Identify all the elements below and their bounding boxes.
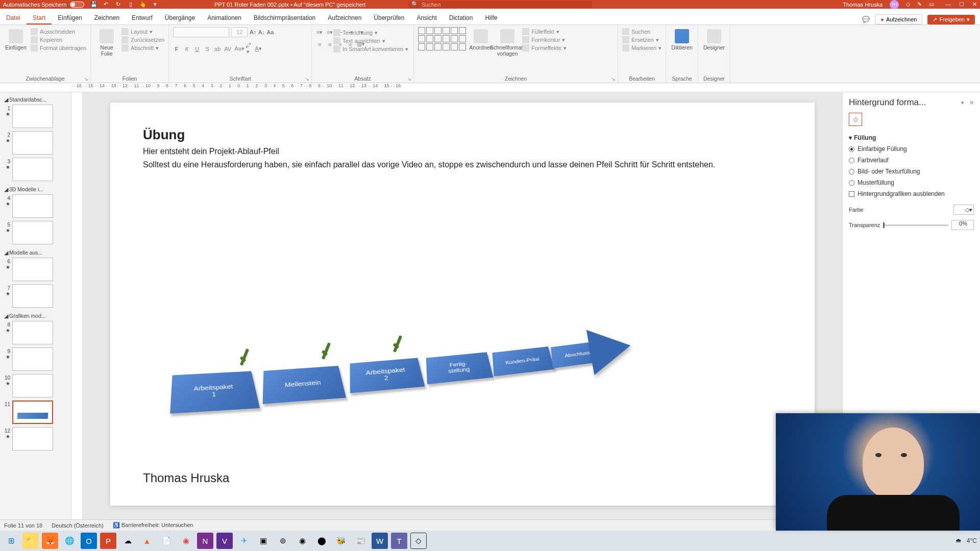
- tab-transitions[interactable]: Übergänge: [159, 14, 201, 24]
- thumb-3[interactable]: [12, 158, 53, 181]
- transparency-value[interactable]: 0%: [951, 220, 974, 230]
- user-avatar[interactable]: TH: [890, 0, 899, 9]
- radio-picture[interactable]: Bild- oder Texturfüllung: [849, 168, 974, 175]
- strike-icon[interactable]: S: [204, 46, 211, 52]
- pane-close-icon[interactable]: ✕: [969, 99, 974, 106]
- slideshow-icon[interactable]: ▯: [127, 1, 134, 8]
- diamond-icon[interactable]: ◇: [906, 1, 910, 8]
- tab-insert[interactable]: Einfügen: [52, 14, 88, 24]
- tab-record[interactable]: Aufzeichnen: [322, 14, 368, 24]
- shape-effects-button[interactable]: Formeffekte ▾: [522, 44, 567, 52]
- shrink-font-icon[interactable]: A↓: [258, 29, 265, 35]
- maximize-icon[interactable]: ☐: [959, 1, 964, 8]
- dictate-button[interactable]: Diktieren: [670, 27, 694, 51]
- radio-pattern[interactable]: Musterfüllung: [849, 179, 974, 186]
- status-lang[interactable]: Deutsch (Österreich): [52, 522, 103, 529]
- find-button[interactable]: Suchen: [622, 28, 662, 35]
- section-4[interactable]: ◢ Grafiken mod...: [3, 311, 68, 321]
- case-icon[interactable]: Aa▾: [234, 45, 241, 52]
- vlc-icon[interactable]: ▲: [139, 533, 155, 549]
- section-2[interactable]: ◢ 3D Modelle i...: [3, 184, 68, 194]
- segment-4[interactable]: Fertig- stellung: [426, 352, 494, 384]
- redo-icon[interactable]: ↻: [115, 1, 122, 8]
- spacing-icon[interactable]: AV: [224, 46, 231, 52]
- app-icon-3[interactable]: ◉: [178, 533, 194, 549]
- record-button[interactable]: ●Aufzeichnen: [875, 14, 922, 24]
- app-icon-7[interactable]: 🐝: [333, 533, 349, 549]
- segment-2[interactable]: Meilenstein: [263, 366, 346, 404]
- start-icon[interactable]: ⊞: [3, 533, 19, 549]
- grow-font-icon[interactable]: A↑: [250, 29, 256, 35]
- check-hide-graphics[interactable]: Hintergrundgrafiken ausblenden: [849, 190, 974, 197]
- layout-button[interactable]: Layout ▾: [121, 28, 164, 35]
- thumb-4[interactable]: [12, 194, 53, 218]
- minimize-icon[interactable]: —: [945, 1, 951, 8]
- telegram-icon[interactable]: ✈: [236, 533, 252, 549]
- slide-canvas[interactable]: Übung Hier entsteht dein Projekt-Ablauf-…: [110, 103, 815, 506]
- tab-view[interactable]: Ansicht: [410, 14, 443, 24]
- fill-section[interactable]: ▾ Füllung: [849, 134, 974, 141]
- clear-format-icon[interactable]: Aa: [267, 29, 274, 35]
- chrome-icon[interactable]: 🌐: [61, 533, 78, 549]
- fill-tab-icon[interactable]: ◇: [849, 113, 862, 126]
- numbering-icon[interactable]: ≡▾: [326, 29, 333, 36]
- teams-icon[interactable]: T: [391, 533, 407, 549]
- font-launcher-icon[interactable]: ↘: [305, 77, 310, 82]
- checkmark-3[interactable]: [391, 335, 408, 358]
- tab-dictation[interactable]: Dictation: [443, 14, 479, 24]
- paste-button[interactable]: Einfügen: [4, 27, 28, 51]
- touch-icon[interactable]: 👆: [139, 1, 146, 8]
- reset-button[interactable]: Zurücksetzen: [121, 36, 164, 43]
- bold-icon[interactable]: F: [173, 46, 180, 52]
- comments-icon[interactable]: 💬: [862, 16, 870, 23]
- pane-dropdown-icon[interactable]: ▾: [961, 99, 964, 106]
- app-icon-6[interactable]: ⬤: [313, 533, 330, 549]
- arrange-button[interactable]: Anordnen: [469, 27, 493, 51]
- quick-styles-button[interactable]: Schnellformat- vorlagen: [496, 27, 519, 57]
- thumb-1[interactable]: [12, 105, 53, 128]
- vs-icon[interactable]: V: [216, 533, 233, 549]
- shape-outline-button[interactable]: Formkontur ▾: [522, 36, 567, 43]
- copy-button[interactable]: Kopieren: [31, 36, 86, 43]
- status-slide[interactable]: Folie 11 von 18: [4, 522, 42, 529]
- firefox-icon[interactable]: 🦊: [42, 533, 58, 549]
- color-picker[interactable]: ◇▾: [953, 205, 974, 215]
- drawing-launcher-icon[interactable]: ↘: [611, 77, 617, 82]
- weather-temp[interactable]: 4°C: [967, 537, 977, 544]
- share-button[interactable]: ↗Freigeben▾: [927, 15, 975, 24]
- shadow-icon[interactable]: ab: [214, 46, 221, 52]
- new-slide-button[interactable]: Neue Folie: [95, 27, 118, 57]
- thumb-6[interactable]: [12, 258, 53, 281]
- tab-help[interactable]: Hilfe: [479, 14, 503, 24]
- font-color-icon[interactable]: A▾: [255, 45, 262, 52]
- obs-icon[interactable]: ⊚: [275, 533, 291, 549]
- explorer-icon[interactable]: 📁: [22, 533, 39, 549]
- shapes-gallery[interactable]: [418, 27, 466, 51]
- checkmark-1[interactable]: [238, 348, 255, 371]
- section-1[interactable]: ◢ Standardabsc...: [3, 94, 68, 105]
- app-icon-9[interactable]: ◇: [410, 533, 427, 549]
- clipboard-launcher-icon[interactable]: ↘: [84, 77, 89, 82]
- arrow-head[interactable]: [586, 323, 634, 375]
- tab-slideshow[interactable]: Bildschirmpräsentation: [248, 14, 322, 24]
- highlight-icon[interactable]: 🖍▾: [244, 42, 252, 55]
- section-button[interactable]: Abschnitt ▾: [121, 44, 164, 52]
- checkmark-2[interactable]: [320, 342, 337, 365]
- font-name-input[interactable]: [173, 27, 229, 37]
- search-box[interactable]: 🔍 Suchen: [408, 1, 592, 8]
- align-text-button[interactable]: Text ausrichten ▾: [333, 37, 408, 44]
- font-size-input[interactable]: [231, 27, 248, 37]
- qat-more-icon[interactable]: ▾: [152, 1, 159, 8]
- app-icon-1[interactable]: ☁: [119, 533, 136, 549]
- tab-animations[interactable]: Animationen: [201, 14, 248, 24]
- pen-icon[interactable]: ✎: [917, 1, 922, 8]
- tab-file[interactable]: Datei: [0, 14, 27, 24]
- radio-solid[interactable]: Einfarbige Füllung: [849, 145, 974, 153]
- designer-button[interactable]: Designer: [702, 27, 726, 51]
- thumb-12[interactable]: [12, 427, 53, 450]
- onenote-icon[interactable]: N: [197, 533, 213, 549]
- thumb-5[interactable]: [12, 221, 53, 244]
- close-icon[interactable]: ✕: [972, 1, 977, 8]
- outlook-icon[interactable]: O: [81, 533, 97, 549]
- segment-3[interactable]: Arbeitspaket 2: [350, 358, 425, 393]
